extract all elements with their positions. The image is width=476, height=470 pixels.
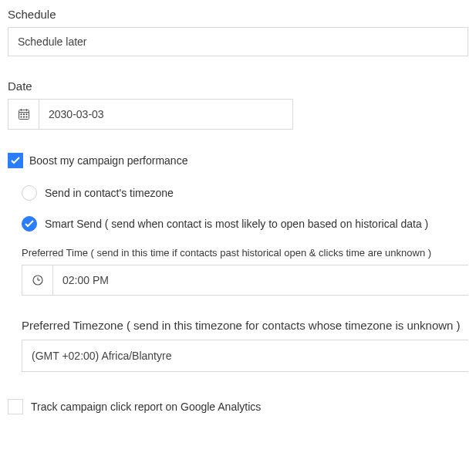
ga-track-label: Track campaign click report on Google An… [31,401,261,413]
boost-checkbox[interactable] [8,153,23,168]
boost-label: Boost my campaign performance [29,154,187,167]
svg-rect-4 [20,113,22,115]
preferred-time-label: Preferred Time ( send in this time if co… [22,247,468,259]
schedule-label: Schedule [8,8,468,21]
date-input[interactable] [39,99,293,130]
svg-rect-6 [25,113,27,115]
svg-rect-7 [20,117,22,118]
preferred-time-input[interactable] [52,265,468,296]
radio-smart-send[interactable] [22,216,37,232]
radio-contact-timezone[interactable] [22,185,37,201]
svg-rect-5 [23,113,25,115]
clock-icon [22,265,52,296]
calendar-icon [8,99,39,130]
preferred-timezone-label: Preferred Timezone ( send in this timezo… [22,319,468,332]
svg-rect-8 [23,117,25,118]
radio-smart-send-label: Smart Send ( send when contact is most l… [45,218,428,230]
preferred-timezone-select[interactable]: (GMT +02:00) Africa/Blantyre [22,340,468,372]
schedule-select[interactable]: Schedule later [8,27,468,56]
date-label: Date [8,79,468,93]
svg-rect-9 [25,117,27,118]
ga-track-checkbox[interactable] [8,399,23,414]
radio-contact-timezone-label: Send in contact's timezone [45,187,174,199]
